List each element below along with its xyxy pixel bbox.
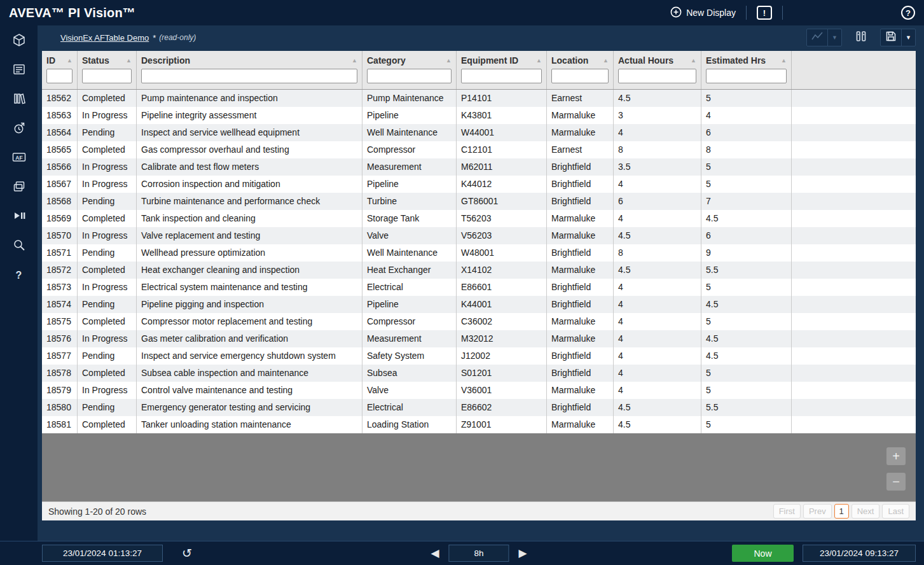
table-cell: Completed [78,365,137,382]
filter-input-id[interactable] [46,69,72,83]
table-cell: X14102 [457,262,547,279]
filter-input-status[interactable] [82,69,132,83]
zoom-out-button[interactable]: − [886,473,906,491]
column-header-status[interactable]: Status▲ [78,51,137,89]
sidebar-item-events[interactable] [11,122,27,136]
help-button[interactable]: ? [901,6,915,20]
sidebar-item-collections[interactable] [11,181,27,195]
table-cell: 18563 [42,107,78,124]
save-dropdown-button[interactable]: ▼ [901,29,915,46]
column-header-equipment-id[interactable]: Equipment ID▲ [457,51,547,89]
divider [782,6,783,20]
layers-icon [12,179,26,196]
table-cell: 18568 [42,193,78,210]
sidebar-item-af-database[interactable]: AF [11,151,27,165]
row-filler [792,210,916,227]
table-cell: 4.5 [614,262,701,279]
sort-icon[interactable]: ▲ [536,57,542,64]
table-cell: Heat Exchanger [362,262,457,279]
column-header-estimated-hrs[interactable]: Estimated Hrs▲ [701,51,792,89]
column-header-actual-hours[interactable]: Actual Hours▲ [614,51,701,89]
zoom-in-button[interactable]: + [886,447,906,465]
column-header-category[interactable]: Category▲ [362,51,457,89]
save-button[interactable] [881,29,901,46]
first-page-button[interactable]: First [773,504,801,519]
trend-button[interactable] [807,29,827,46]
row-filler [792,141,916,158]
step-forward-button[interactable]: ▶ [519,548,527,559]
last-page-button[interactable]: Last [882,504,909,519]
notifications-button[interactable]: ! [757,6,772,20]
filter-input-equipment-id[interactable] [461,69,542,83]
table-cell: 18578 [42,365,78,382]
table-cell: 4 [614,279,701,296]
sidebar-item-help[interactable]: ? [11,269,27,282]
filter-input-category[interactable] [367,69,452,83]
sort-icon[interactable]: ▲ [352,57,357,64]
sort-icon[interactable]: ▲ [603,57,609,64]
sidebar-item-new-display[interactable] [11,64,27,78]
table-row: 18565CompletedGas compressor overhaul an… [42,141,916,158]
af-database-icon: AF [11,150,27,167]
step-back-button[interactable]: ◀ [431,548,439,559]
sort-icon[interactable]: ▲ [446,57,452,64]
table-cell: Pending [78,399,137,416]
readonly-label: (read-only) [159,33,196,42]
sidebar-item-library[interactable] [11,93,27,107]
modified-indicator: * [153,33,156,43]
sort-icon[interactable]: ▲ [691,57,696,64]
filter-input-location[interactable] [551,69,609,83]
trend-dropdown-button[interactable]: ▼ [827,29,841,46]
prev-page-button[interactable]: Prev [803,504,832,519]
sort-icon[interactable]: ▲ [781,57,787,64]
duration-box[interactable]: 8h [449,545,509,562]
row-filler [792,124,916,141]
table-cell: 4.5 [701,210,792,227]
table-cell: 8 [701,141,792,158]
end-time-box[interactable]: 23/01/2024 09:13:27 [803,545,916,562]
table-row: 18580PendingEmergency generator testing … [42,399,916,416]
filter-input-actual-hours[interactable] [618,69,696,83]
column-header-description[interactable]: Description▲ [137,51,362,89]
table-cell: Pending [78,296,137,313]
table-cell: Marmaluke [547,382,614,399]
table-cell: M62011 [457,158,547,176]
table-cell: In Progress [78,176,137,193]
row-filler [792,262,916,279]
table-cell: 18572 [42,262,78,279]
column-header-id[interactable]: ID▲ [42,51,78,89]
filter-input-description[interactable] [141,69,357,83]
sidebar-item-playback[interactable] [11,210,27,224]
column-header-location[interactable]: Location▲ [547,51,614,89]
plus-circle-icon [670,6,682,20]
cube-icon [12,33,26,50]
pagination: First Prev 1 Next Last [773,504,909,519]
breadcrumb-display-link[interactable]: VisionEx AFTable Demo [60,33,149,43]
sort-icon[interactable]: ▲ [67,57,72,64]
row-filler [792,416,916,433]
sidebar-item-search[interactable] [11,239,27,253]
refresh-icon[interactable]: ↺ [182,547,192,559]
row-filler [792,347,916,365]
table-cell: Pipeline pigging and inspection [137,296,362,313]
asset-switcher-button[interactable] [853,31,869,45]
table-cell: 4.5 [701,347,792,365]
start-time-box[interactable]: 23/01/2024 01:13:27 [42,545,163,562]
table-cell: 4.5 [614,416,701,433]
filter-input-estimated-hrs[interactable] [706,69,787,83]
table-cell: Pipeline integrity assessment [137,107,362,124]
table-row: 18575CompletedCompressor motor replaceme… [42,313,916,330]
table-cell: 5 [701,90,792,107]
current-page-button[interactable]: 1 [834,504,849,519]
table-cell: Well Maintenance [362,124,457,141]
now-button[interactable]: Now [732,545,794,562]
sidebar-item-displays[interactable] [11,34,27,48]
new-display-button[interactable]: New Display [670,6,736,20]
row-filler [792,176,916,193]
row-filler [792,399,916,416]
table-cell: Completed [78,416,137,433]
sort-icon[interactable]: ▲ [126,57,132,64]
table-row: 18577PendingInspect and service emergenc… [42,347,916,365]
next-page-button[interactable]: Next [852,504,880,519]
table-row: 18562CompletedPump maintenance and inspe… [42,90,916,107]
